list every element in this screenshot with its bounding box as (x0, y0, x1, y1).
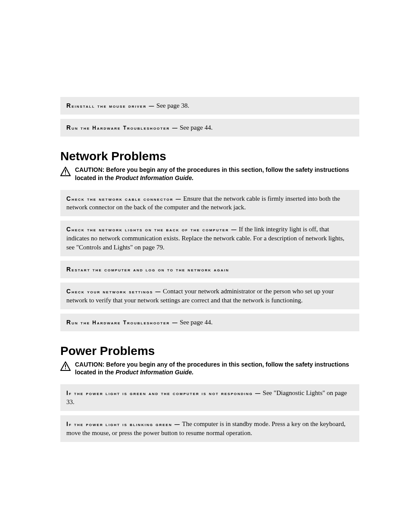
step-row: If the power light is blinking green — T… (60, 415, 359, 442)
step-label: Run the Hardware Troubleshooter — (66, 125, 178, 131)
svg-rect-5 (65, 368, 66, 369)
caution-block: CAUTION: Before you begin any of the pro… (60, 361, 359, 377)
step-row: Restart the computer and log on to the n… (60, 261, 359, 278)
step-row: If the power light is green and the comp… (60, 384, 359, 411)
caution-text: CAUTION: Before you begin any of the pro… (75, 361, 359, 377)
step-row: Check the network cable connector — Ensu… (60, 190, 359, 217)
step-label: Run the Hardware Troubleshooter — (66, 320, 178, 326)
step-label: If the power light is blinking green — (66, 421, 181, 427)
caution-triangle-icon (60, 167, 71, 178)
document-page: Reinstall the mouse driver — See page 38… (0, 97, 411, 532)
section-heading-network: Network Problems (60, 149, 359, 163)
step-label: If the power light is green and the comp… (66, 390, 261, 396)
step-label: Restart the computer and log on to the n… (66, 267, 229, 273)
step-label: Check your network settings — (66, 289, 162, 295)
step-row: Check the network lights on the back of … (60, 221, 359, 256)
caution-block: CAUTION: Before you begin any of the pro… (60, 166, 359, 182)
caution-text: CAUTION: Before you begin any of the pro… (75, 166, 359, 182)
step-row: Reinstall the mouse driver — See page 38… (60, 97, 359, 115)
step-row: Run the Hardware Troubleshooter — See pa… (60, 314, 359, 331)
svg-rect-1 (65, 170, 66, 173)
section-heading-power: Power Problems (60, 344, 359, 358)
step-label: Check the network lights on the back of … (66, 227, 237, 233)
step-row: Check your network settings — Contact yo… (60, 283, 359, 309)
step-label: Reinstall the mouse driver — (66, 103, 155, 109)
step-row: Run the Hardware Troubleshooter — See pa… (60, 119, 359, 137)
step-label: Check the network cable connector — (66, 196, 182, 202)
svg-rect-2 (65, 174, 66, 174)
svg-rect-4 (65, 364, 66, 367)
step-body: See page 38. (156, 102, 189, 109)
caution-triangle-icon (60, 361, 71, 373)
step-body: See page 44. (180, 124, 212, 131)
step-body: See page 44. (180, 319, 212, 326)
